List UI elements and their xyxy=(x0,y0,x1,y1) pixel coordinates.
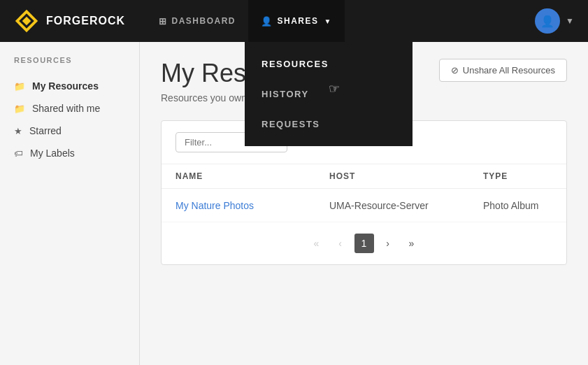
sidebar-label-starred: Starred xyxy=(29,125,62,136)
col-host: HOST xyxy=(329,171,483,181)
avatar[interactable]: 👤 xyxy=(535,8,560,34)
sidebar-label-shared-with-me: Shared with me xyxy=(32,103,100,114)
unshare-all-button[interactable]: ⊘ Unshare All Resources xyxy=(439,59,567,82)
logo-text: FORGEROCK xyxy=(46,15,125,27)
pagination-current[interactable]: 1 xyxy=(354,234,374,253)
unshare-icon: ⊘ xyxy=(451,65,459,76)
dropdown-item-requests[interactable]: REQUESTS xyxy=(245,109,413,139)
resource-host: UMA-Resource-Server xyxy=(329,200,483,211)
logo-icon xyxy=(14,8,39,34)
dropdown-requests-label: REQUESTS xyxy=(261,119,320,129)
pagination-first[interactable]: « xyxy=(307,234,327,253)
sidebar-item-my-labels[interactable]: 🏷 My Labels xyxy=(0,142,139,164)
sidebar: RESOURCES 📁 My Resources 📁 Shared with m… xyxy=(0,42,140,365)
unshare-label: Unshare All Resources xyxy=(463,65,555,76)
shares-chevron-icon: ▼ xyxy=(324,17,332,25)
col-type: TYPE xyxy=(483,171,567,181)
resource-name-link[interactable]: My Nature Photos xyxy=(175,200,329,211)
nav-shares-label: SHARES xyxy=(278,16,319,26)
dropdown-item-resources[interactable]: RESOURCES xyxy=(245,49,413,79)
nav-dashboard-label: DASHBOARD xyxy=(172,16,236,26)
shares-dropdown-menu: RESOURCES HISTORY REQUESTS ☞ xyxy=(245,42,413,146)
sidebar-item-starred[interactable]: ★ Starred xyxy=(0,120,139,142)
pagination-next[interactable]: › xyxy=(378,234,398,253)
col-name: NAME xyxy=(175,171,329,181)
nav-shares[interactable]: 👤 SHARES ▼ xyxy=(248,0,345,42)
header: FORGEROCK ⊞ DASHBOARD 👤 SHARES ▼ 👤 ▼ xyxy=(0,0,588,42)
dashboard-icon: ⊞ xyxy=(159,16,168,27)
header-right: 👤 ▼ xyxy=(535,8,574,34)
nav-dashboard[interactable]: ⊞ DASHBOARD xyxy=(146,0,248,42)
sidebar-item-my-resources[interactable]: 📁 My Resources xyxy=(0,75,139,97)
pagination: « ‹ 1 › » xyxy=(162,222,566,264)
pagination-prev[interactable]: ‹ xyxy=(331,234,350,253)
shares-icon: 👤 xyxy=(261,16,273,27)
sidebar-label-my-resources: My Resources xyxy=(32,80,99,92)
sidebar-label-my-labels: My Labels xyxy=(30,148,75,159)
table-header: NAME HOST TYPE xyxy=(162,164,566,189)
nav-items: ⊞ DASHBOARD 👤 SHARES ▼ xyxy=(146,0,535,42)
dropdown-history-label: HISTORY xyxy=(261,89,309,99)
label-icon: 🏷 xyxy=(14,148,23,159)
folder-icon-2: 📁 xyxy=(14,103,25,114)
dropdown-item-history[interactable]: HISTORY xyxy=(245,79,413,109)
star-icon: ★ xyxy=(14,126,22,136)
user-dropdown-arrow[interactable]: ▼ xyxy=(566,16,574,26)
logo-area: FORGEROCK xyxy=(14,8,125,34)
folder-icon-1: 📁 xyxy=(14,81,25,92)
sidebar-item-shared-with-me[interactable]: 📁 Shared with me xyxy=(0,97,139,120)
dropdown-resources-label: RESOURCES xyxy=(261,59,329,69)
pagination-last[interactable]: » xyxy=(402,234,422,253)
table-row: My Nature Photos UMA-Resource-Server Pho… xyxy=(162,189,566,222)
resource-type: Photo Album xyxy=(483,200,567,211)
sidebar-section-title: RESOURCES xyxy=(0,56,139,75)
